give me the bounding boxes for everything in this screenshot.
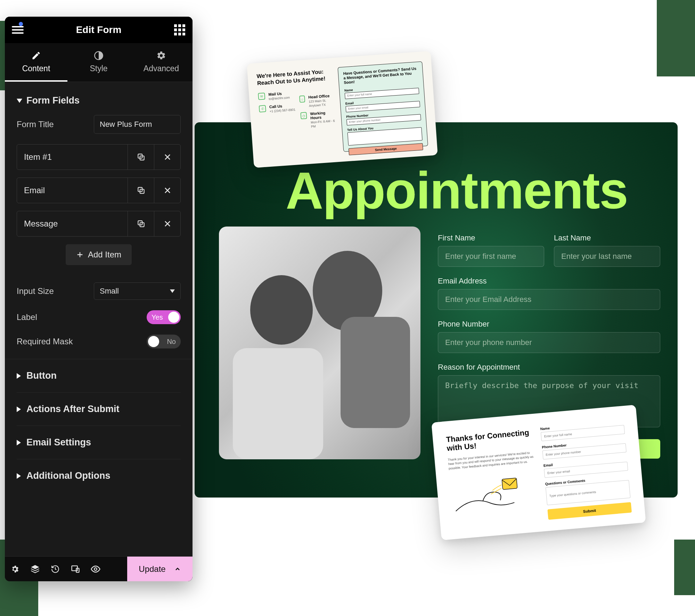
card-thanks-body: Thank you for your interest in our servi… xyxy=(448,450,534,471)
chevron-right-icon xyxy=(17,406,21,412)
tab-advanced[interactable]: Advanced xyxy=(130,43,193,82)
close-icon[interactable] xyxy=(154,211,180,236)
phone-input[interactable] xyxy=(438,332,660,353)
chevron-up-icon xyxy=(174,566,181,573)
label-toggle-label: Label xyxy=(17,312,37,322)
close-icon[interactable] xyxy=(154,145,180,170)
section-actions-after-submit[interactable]: Actions After Submit xyxy=(17,393,181,426)
tab-advanced-label: Advanced xyxy=(144,64,179,73)
editor-title: Edit Form xyxy=(76,24,122,35)
duplicate-icon[interactable] xyxy=(128,145,154,170)
template-card-thanks: Thanks for Connecting with Us! Thank you… xyxy=(431,405,646,540)
duplicate-icon[interactable] xyxy=(128,178,154,203)
chevron-right-icon xyxy=(17,473,21,479)
bg-decoration xyxy=(674,540,695,595)
field-item[interactable]: Item #1 xyxy=(17,144,181,170)
preview-photo xyxy=(219,227,420,459)
chevron-right-icon xyxy=(17,440,21,445)
field-item[interactable]: Message xyxy=(17,211,181,237)
svg-rect-0 xyxy=(502,478,517,490)
template-card-contact: We're Here to Assist You: Reach Out to U… xyxy=(247,51,438,168)
card-contact-heading: We're Here to Assist You: Reach Out to U… xyxy=(256,68,334,87)
input-size-label: Input Size xyxy=(17,286,54,296)
card-thanks-heading: Thanks for Connecting with Us! xyxy=(446,428,533,453)
duplicate-icon[interactable] xyxy=(128,211,154,236)
chevron-right-icon xyxy=(17,373,21,379)
pencil-icon xyxy=(31,51,41,60)
email-input[interactable] xyxy=(438,289,660,310)
hand-illustration xyxy=(449,469,538,518)
contrast-icon xyxy=(94,51,104,60)
last-name-input[interactable] xyxy=(554,246,660,267)
field-item[interactable]: Email xyxy=(17,178,181,203)
tab-style[interactable]: Style xyxy=(67,43,130,82)
bg-decoration xyxy=(657,0,695,76)
gear-icon xyxy=(156,51,166,60)
building-icon: ⌂ xyxy=(299,95,305,102)
tab-style-label: Style xyxy=(90,64,107,73)
responsive-icon[interactable] xyxy=(65,557,85,581)
section-form-fields[interactable]: Form Fields xyxy=(17,95,181,106)
reason-label: Reason for Appointment xyxy=(438,363,660,372)
first-name-input[interactable] xyxy=(438,246,544,267)
menu-icon[interactable] xyxy=(12,24,24,36)
tab-content[interactable]: Content xyxy=(5,43,67,82)
preview-icon[interactable] xyxy=(85,557,106,581)
section-email-settings[interactable]: Email Settings xyxy=(17,426,181,459)
form-title-label: Form Title xyxy=(17,120,54,129)
label-toggle[interactable]: Yes xyxy=(147,310,181,324)
history-icon[interactable] xyxy=(45,557,65,581)
svg-point-10 xyxy=(94,568,97,570)
card-contact-submit[interactable]: Send Message xyxy=(349,143,423,155)
mail-icon: ✉ xyxy=(258,92,265,100)
chevron-down-icon xyxy=(17,99,22,103)
plus-icon xyxy=(76,251,84,258)
required-mask-label: Required Mask xyxy=(17,337,73,346)
layers-icon[interactable] xyxy=(25,557,45,581)
card-thanks-submit[interactable]: Submit xyxy=(547,502,632,520)
apps-icon[interactable] xyxy=(174,24,186,36)
update-button[interactable]: Update xyxy=(127,557,193,581)
editor-panel: Edit Form Content Style Advanced xyxy=(5,17,193,581)
section-button[interactable]: Button xyxy=(17,359,181,393)
input-size-select[interactable]: Small xyxy=(94,282,181,300)
chevron-down-icon xyxy=(170,289,175,293)
phone-label: Phone Number xyxy=(438,320,660,329)
add-item-button[interactable]: Add Item xyxy=(66,244,132,265)
tab-content-label: Content xyxy=(22,64,50,73)
first-name-label: First Name xyxy=(438,233,544,243)
required-mask-toggle[interactable]: No xyxy=(147,335,181,348)
email-label: Email Address xyxy=(438,277,660,286)
phone-icon: ✆ xyxy=(259,105,266,112)
last-name-label: Last Name xyxy=(554,233,660,243)
settings-icon[interactable] xyxy=(5,557,25,581)
form-title-input[interactable] xyxy=(94,115,181,134)
card-contact-form-heading: Have Questions or Comments? Send Us a Me… xyxy=(343,66,418,85)
clock-icon: ◷ xyxy=(300,112,307,119)
close-icon[interactable] xyxy=(154,178,180,203)
preview-heading: Appointments xyxy=(286,161,628,221)
section-additional-options[interactable]: Additional Options xyxy=(17,459,181,492)
